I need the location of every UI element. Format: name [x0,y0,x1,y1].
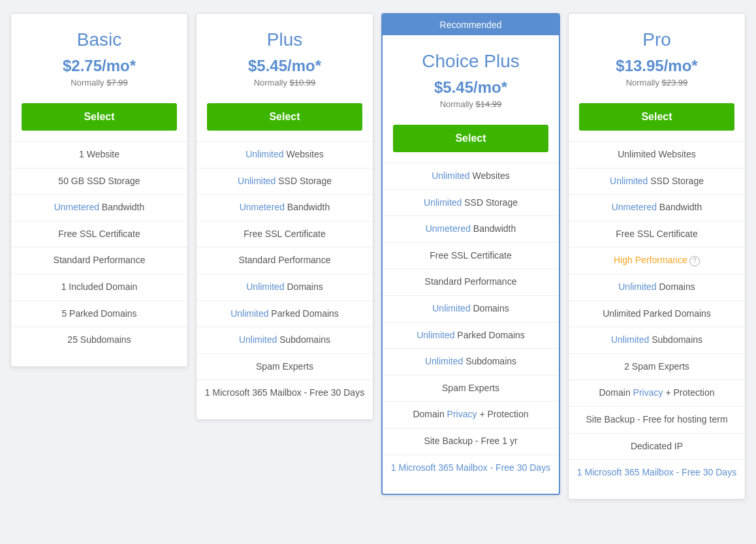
feature-highlight-blue: 1 Microsoft 365 Mailbox - Free 30 Days [577,467,736,477]
feature-item: Unmetered Bandwidth [197,194,373,221]
plan-normal-price-basic: Normally $7.99 [22,78,177,88]
feature-highlight-blue: Unlimited [238,176,276,186]
feature-highlight-blue: Unlimited [432,303,470,313]
feature-item: Standard Performance [197,247,373,274]
pricing-wrapper: Basic$2.75/mo*Normally $7.99Select1 Webs… [7,13,749,500]
feature-text: Websites [470,170,510,181]
plan-normal-price-pro: Normally $23.99 [579,78,734,88]
feature-highlight-blue: Unlimited [432,170,469,181]
feature-text: Site Backup - Free for hosting term [586,414,727,424]
feature-item: Unmetered Bandwidth [383,216,559,242]
feature-highlight-blue: Unmetered [240,202,285,212]
feature-item: Unlimited Websites [569,141,745,168]
plan-price-choice-plus: $5.45/mo* [393,78,548,97]
feature-item: Free SSL Certificate [383,242,559,269]
feature-text: Bandwidth [285,202,330,212]
feature-text: Subdomains [463,356,516,366]
feature-text: Parked Domains [454,330,524,340]
feature-highlight-blue: Unlimited [610,176,648,186]
feature-item: Unlimited Parked Domains [569,300,745,327]
feature-text: Standard Performance [54,255,146,265]
plan-header-plus: Plus$5.45/mo*Normally $10.99 [197,14,373,103]
feature-item: Unlimited Domains [383,295,559,322]
plan-name-pro: Pro [579,29,734,50]
feature-text: Standard Performance [425,276,517,287]
feature-text: Subdomains [649,334,702,345]
feature-item: Domain Privacy + Protection [383,401,559,428]
feature-text: 1 Included Domain [61,281,138,292]
plan-header-basic: Basic$2.75/mo*Normally $7.99 [11,14,187,103]
feature-item: Unlimited Parked Domains [383,322,559,349]
feature-text: Domains [657,281,695,292]
feature-item: 25 Subdomains [11,327,187,353]
feature-highlight-blue: Unlimited [425,356,463,366]
feature-text: SSD Storage [276,176,332,186]
feature-item: Site Backup - Free for hosting term [569,406,745,433]
feature-item: Unlimited SSD Storage [197,168,373,195]
select-button-plus[interactable]: Select [207,103,362,131]
feature-text: Free SSL Certificate [616,229,698,239]
feature-item: Unlimited SSD Storage [383,189,559,216]
feature-highlight-blue: Privacy [633,387,663,398]
plan-card-basic: Basic$2.75/mo*Normally $7.99Select1 Webs… [10,13,188,367]
plan-header-pro: Pro$13.95/mo*Normally $23.99 [569,14,745,103]
plan-price-pro: $13.95/mo* [579,57,734,75]
feature-text: SSD Storage [462,197,518,208]
feature-highlight-blue: Unlimited [230,308,268,319]
plan-name-basic: Basic [22,29,177,50]
feature-text: + Protection [477,409,529,419]
feature-text: Domain [599,387,633,398]
feature-item: Unlimited Subdomains [197,327,373,353]
plan-normal-price-plus: Normally $10.99 [207,78,362,88]
feature-item: 1 Microsoft 365 Mailbox - Free 30 Days [197,379,373,406]
features-list-choice-plus: Unlimited WebsitesUnlimited SSD StorageU… [383,163,559,481]
feature-highlight-blue: Unmetered [612,202,657,212]
feature-highlight-blue: 1 Microsoft 365 Mailbox - Free 30 Days [391,462,550,473]
select-button-choice-plus[interactable]: Select [393,125,548,152]
feature-text: Bandwidth [99,202,144,212]
feature-text: Site Backup - Free 1 yr [424,436,517,446]
select-button-basic[interactable]: Select [22,103,177,131]
plan-price-basic: $2.75/mo* [22,57,177,75]
feature-item: Unlimited Parked Domains [197,300,373,327]
feature-item: Unlimited Websites [383,163,559,189]
features-list-pro: Unlimited WebsitesUnlimited SSD StorageU… [569,141,745,486]
feature-item: Site Backup - Free 1 yr [383,428,559,455]
feature-item: Unlimited Domains [569,274,745,300]
feature-item: Dedicated IP [569,433,745,460]
plan-price-plus: $5.45/mo* [207,57,362,75]
help-icon[interactable]: ? [689,256,700,266]
plan-name-choice-plus: Choice Plus [393,51,548,72]
feature-item: 1 Included Domain [11,274,187,300]
feature-text: Domains [471,303,509,313]
feature-highlight-blue: Unlimited [417,330,454,340]
feature-highlight-blue: Unlimited [424,197,462,208]
feature-text: Bandwidth [471,223,516,234]
feature-text: 50 GB SSD Storage [58,176,140,186]
feature-text: Free SSL Certificate [58,229,140,239]
feature-highlight-blue: Privacy [447,409,477,419]
feature-text: Bandwidth [657,202,702,212]
feature-item: Unlimited Websites [197,141,373,168]
recommended-badge: Recommended [383,14,559,35]
feature-text: Spam Experts [256,361,313,372]
feature-highlight-blue: Unmetered [54,202,99,212]
feature-highlight-orange: High Performance [614,255,687,265]
feature-text: Free SSL Certificate [430,250,512,261]
feature-item: Unlimited Subdomains [569,327,745,353]
feature-text: 2 Spam Experts [624,361,689,372]
feature-item: Unlimited Domains [197,274,373,300]
plan-normal-price-choice-plus: Normally $14.99 [393,99,548,109]
feature-item: Free SSL Certificate [197,221,373,248]
feature-text: + Protection [663,387,715,398]
feature-text: 1 Website [79,149,119,159]
feature-text: Unlimited Parked Domains [603,308,711,319]
feature-item: 1 Microsoft 365 Mailbox - Free 30 Days [383,455,559,481]
feature-text: Parked Domains [268,308,338,319]
feature-text: 5 Parked Domains [61,308,136,319]
plan-card-plus: Plus$5.45/mo*Normally $10.99SelectUnlimi… [196,13,373,420]
feature-item: Domain Privacy + Protection [569,379,745,406]
feature-text: Domain [413,409,447,419]
select-button-pro[interactable]: Select [579,103,734,131]
feature-item: Standard Performance [383,268,559,295]
